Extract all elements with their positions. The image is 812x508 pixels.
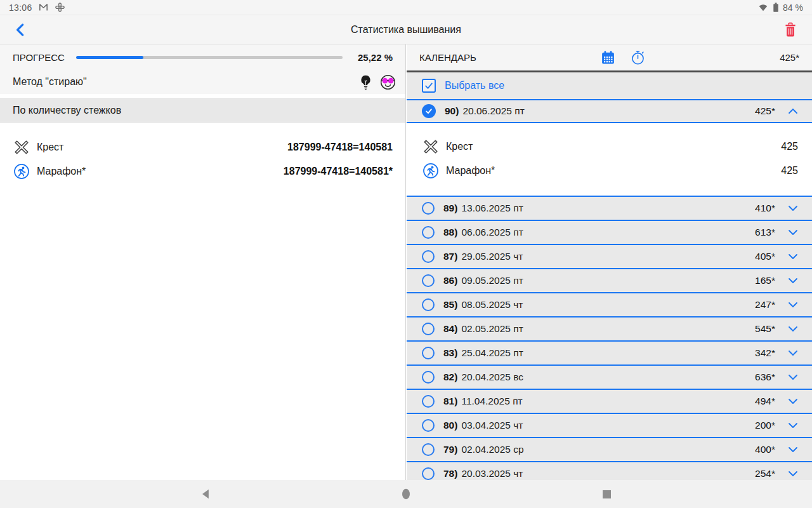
detail-label: Марафон* [446, 165, 495, 177]
battery-icon [772, 2, 780, 13]
radio-unselected-icon[interactable] [422, 467, 435, 480]
radio-unselected-icon[interactable] [422, 274, 435, 287]
nav-back-button[interactable] [192, 480, 218, 508]
session-date: 09.05.2025 пт [461, 275, 523, 286]
session-number: 90) [445, 105, 459, 117]
detail-row-cross: Крест 425 [407, 135, 812, 159]
session-number: 78) [443, 468, 457, 479]
calendar-total-value: 425* [780, 52, 799, 63]
cool-face-glasses-icon[interactable] [379, 74, 396, 91]
chevron-up-icon[interactable] [785, 104, 801, 118]
chevron-down-icon[interactable] [785, 394, 801, 408]
session-row[interactable]: 80) 03.04.2025 чт 200* [407, 414, 812, 438]
pinwheel-notification-icon [55, 2, 65, 13]
session-row[interactable]: 82) 20.04.2025 вс 636* [407, 366, 812, 390]
chevron-down-icon[interactable] [785, 274, 801, 288]
session-value: 410* [755, 203, 775, 214]
session-row[interactable]: 83) 25.04.2025 пт 342* [407, 342, 812, 366]
session-number: 81) [443, 396, 457, 407]
calendar-icon[interactable] [600, 50, 616, 65]
stat-label: Марафон* [37, 166, 86, 177]
session-list: 89) 13.06.2025 пт 410* 88) 06.06.2025 пт… [407, 197, 812, 480]
cross-stitch-icon [13, 139, 30, 156]
session-number: 89) [443, 203, 457, 214]
radio-unselected-icon[interactable] [422, 395, 435, 408]
chevron-down-icon[interactable] [785, 250, 801, 264]
method-row: Метод "стираю" [0, 70, 405, 94]
session-row[interactable]: 79) 02.04.2025 ср 400* [407, 438, 812, 462]
select-all-row[interactable]: Выбрать все [407, 72, 812, 100]
session-value: 405* [755, 251, 775, 262]
radio-unselected-icon[interactable] [422, 298, 435, 311]
radio-unselected-icon[interactable] [422, 371, 435, 384]
session-number: 79) [443, 444, 457, 455]
session-value: 400* [755, 444, 775, 455]
radio-unselected-icon[interactable] [422, 443, 435, 456]
session-value: 636* [755, 371, 775, 383]
stopwatch-icon[interactable] [630, 50, 646, 65]
calendar-panel: КАЛЕНДАРЬ [407, 44, 812, 480]
session-row[interactable]: 87) 29.05.2025 чт 405* [407, 245, 812, 269]
chevron-down-icon[interactable] [785, 298, 801, 312]
radio-unselected-icon[interactable] [422, 419, 435, 432]
session-row[interactable]: 89) 13.06.2025 пт 410* [407, 197, 812, 221]
calendar-header-label: КАЛЕНДАРЬ [419, 52, 476, 63]
session-value: 342* [755, 347, 775, 359]
radio-unselected-icon[interactable] [422, 250, 435, 263]
gmail-notification-icon [38, 2, 49, 13]
chevron-down-icon[interactable] [785, 322, 801, 336]
selected-check-icon[interactable] [422, 104, 436, 118]
screen: 13:06 84 % [0, 0, 812, 508]
session-number: 82) [443, 371, 457, 383]
session-date: 20.03.2025 чт [461, 468, 523, 479]
lightbulb-icon[interactable] [358, 74, 373, 90]
session-value: 254* [755, 468, 775, 479]
android-navigation-bar [0, 480, 812, 508]
session-date: 20.04.2025 вс [461, 371, 523, 383]
progress-bar [76, 56, 343, 59]
radio-unselected-icon[interactable] [422, 202, 435, 215]
session-value: 494* [755, 396, 775, 407]
session-row[interactable]: 78) 20.03.2025 чт 254* [407, 462, 812, 480]
session-value: 200* [755, 420, 775, 431]
session-number: 88) [443, 227, 457, 238]
chevron-down-icon[interactable] [785, 346, 801, 360]
calendar-header: КАЛЕНДАРЬ [407, 44, 812, 70]
radio-unselected-icon[interactable] [422, 347, 435, 359]
progress-fill [76, 56, 143, 59]
clock: 13:06 [9, 3, 32, 13]
session-row[interactable]: 86) 09.05.2025 пт 165* [407, 269, 812, 293]
session-date: 11.04.2025 пт [461, 396, 522, 407]
chevron-down-icon[interactable] [785, 418, 801, 432]
chevron-down-icon[interactable] [785, 370, 801, 384]
nav-home-button[interactable] [393, 480, 419, 508]
chevron-down-icon[interactable] [785, 225, 801, 239]
session-value: 425* [755, 105, 775, 117]
progress-label: ПРОГРЕСС [13, 52, 76, 63]
session-row[interactable]: 85) 08.05.2025 чт 247* [407, 293, 812, 318]
session-value: 165* [755, 275, 775, 286]
session-number: 84) [443, 323, 457, 335]
delete-button[interactable] [779, 18, 802, 41]
chevron-down-icon[interactable] [785, 467, 801, 480]
back-button[interactable] [10, 19, 32, 41]
session-date: 08.05.2025 чт [461, 299, 523, 311]
detail-label: Крест [446, 141, 473, 152]
session-date: 20.06.2025 пт [462, 105, 524, 117]
session-row[interactable]: 84) 02.05.2025 пт 545* [407, 318, 812, 342]
select-all-label: Выбрать все [445, 80, 504, 91]
nav-recents-button[interactable] [594, 480, 619, 508]
session-row[interactable]: 88) 06.06.2025 пт 613* [407, 221, 812, 245]
radio-unselected-icon[interactable] [422, 323, 435, 335]
detail-value: 425 [781, 165, 798, 177]
select-all-checkbox[interactable] [422, 79, 436, 93]
session-row[interactable]: 81) 11.04.2025 пт 494* [407, 390, 812, 414]
session-number: 83) [443, 347, 457, 359]
session-value: 247* [755, 299, 775, 311]
stat-value: 187999-47418=140581 [287, 142, 393, 153]
stat-row-marathon: Марафон* 187999-47418=140581* [0, 159, 405, 184]
chevron-down-icon[interactable] [785, 201, 801, 215]
radio-unselected-icon[interactable] [422, 226, 435, 239]
session-row-selected[interactable]: 90) 20.06.2025 пт 425* [407, 100, 812, 123]
chevron-down-icon[interactable] [785, 443, 801, 457]
